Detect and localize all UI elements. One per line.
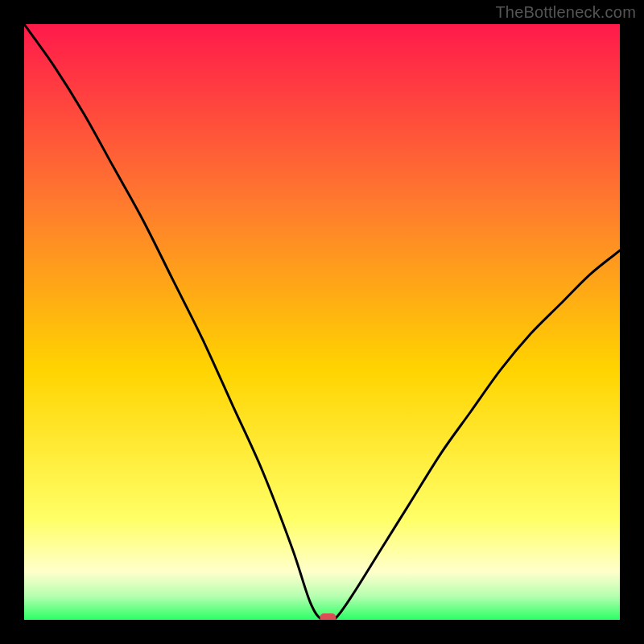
- watermark-text: TheBottleneck.com: [495, 3, 636, 22]
- plot-area: [24, 24, 620, 620]
- minimum-marker: [320, 613, 336, 620]
- chart-frame: TheBottleneck.com: [0, 0, 644, 644]
- gradient-background: [24, 24, 620, 620]
- chart-svg: [24, 24, 620, 620]
